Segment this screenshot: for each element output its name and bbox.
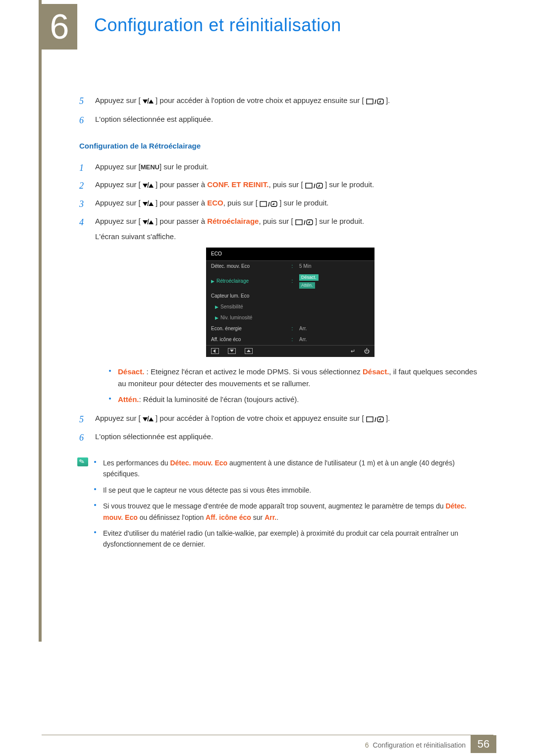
osd-label: Aff. icône éco <box>206 334 290 345</box>
keyword-desact: Désact. <box>118 367 144 376</box>
keyword-atten: Attén. <box>118 395 139 403</box>
keyword-arr: Arr. <box>265 513 276 521</box>
step-number: 4 <box>79 215 84 230</box>
text: L'option sélectionnée est appliquée. <box>95 432 213 441</box>
osd-row-selected: ▶Rétroéclairage:Désact.Attén. <box>206 272 374 291</box>
text: Appuyez sur [ <box>95 96 141 104</box>
step-2: 2 Appuyez sur [ / ] pour passer à CONF. … <box>79 179 485 191</box>
osd-row: Capteur lum. Eco <box>206 291 374 302</box>
text: Appuyez sur [ <box>95 217 141 225</box>
step-number: 6 <box>79 113 84 128</box>
osd-table: Détec. mouv. Eco:5 Min ▶Rétroéclairage:D… <box>206 261 374 345</box>
osd-label: Econ. énergie <box>206 323 290 334</box>
text: L'option sélectionnée est appliquée. <box>95 115 213 123</box>
page: 6 Configuration et réinitialisation 5 Ap… <box>0 0 535 756</box>
osd-footer: ↵ ⏻ <box>206 345 374 355</box>
subheading: Configuration de la Rétroéclairage <box>79 140 485 152</box>
osd-value: Arr. <box>294 334 374 345</box>
list-item: Désact. : Eteignez l'écran et activez le… <box>109 366 485 390</box>
text: ] sur le produit. <box>325 180 374 189</box>
step-4: 4 Appuyez sur [ / ] pour passer à Rétroé… <box>79 215 485 405</box>
list-item: Attén.: Réduit la luminosité de l'écran … <box>109 394 485 405</box>
text: , puis sur [ <box>268 180 303 189</box>
text: Si vous trouvez que le message d'entrée … <box>103 502 445 510</box>
text: . <box>276 513 278 521</box>
step-6: 6 L'option sélectionnée est appliquée. <box>79 431 485 443</box>
svg-rect-0 <box>367 99 373 104</box>
osd-option-atten: Attén. <box>299 282 315 289</box>
osd-row: ▶Sensibilité <box>206 302 374 312</box>
step-number: 3 <box>79 197 84 211</box>
left-margin-strip <box>39 0 42 642</box>
step-5: 5 Appuyez sur [ / ] pour accéder à l'opt… <box>79 412 485 425</box>
down-up-icon: / <box>143 216 154 228</box>
text: : Eteignez l'écran et activez le mode DP… <box>144 367 363 376</box>
osd-value: Arr. <box>294 323 374 334</box>
note-list: Les performances du Détec. mouv. Eco aug… <box>94 457 485 555</box>
keyword-detec-mouv: Détec. mouv. Eco <box>170 459 227 467</box>
list-item: Evitez d'utiliser du matériel radio (un … <box>94 528 485 550</box>
triangle-right-icon: ▶ <box>215 304 218 309</box>
list-item: Les performances du Détec. mouv. Eco aug… <box>94 457 485 480</box>
svg-text:/: / <box>268 201 270 207</box>
text: ] pour accéder à l'option de votre choix… <box>156 96 364 104</box>
osd-value: 5 Min <box>294 261 374 272</box>
osd-label: Sensibilité <box>220 304 243 309</box>
svg-text:/: / <box>314 182 316 189</box>
keyword-retro: Rétroéclairage <box>207 217 259 225</box>
power-icon: ⏻ <box>364 349 370 353</box>
list-item: Si vous trouvez que le message d'entrée … <box>94 501 485 523</box>
step-number: 6 <box>79 431 84 445</box>
content-area: 5 Appuyez sur [ / ] pour accéder à l'opt… <box>79 94 485 555</box>
text: ] sur le produit. <box>279 199 328 207</box>
svg-rect-3 <box>306 183 312 188</box>
menu-label: MENU <box>141 163 160 171</box>
down-up-icon: / <box>143 179 154 191</box>
step-number: 5 <box>79 412 84 427</box>
text: Les performances du <box>103 459 170 467</box>
nav-down-icon <box>228 348 236 354</box>
text: Appuyez sur [ <box>95 414 141 422</box>
text: Appuyez sur [ <box>95 180 141 189</box>
osd-row: Econ. énergie:Arr. <box>206 323 374 334</box>
footer-rule <box>42 735 493 735</box>
text: ] pour accéder à l'option de votre choix… <box>156 414 364 422</box>
text: ] pour passer à <box>156 217 207 225</box>
osd-option-desact: Désact. <box>299 274 319 281</box>
page-number: 56 <box>471 735 496 753</box>
footer-chapter-title: Configuration et réinitialisation <box>373 741 466 749</box>
svg-rect-12 <box>367 417 373 422</box>
list-item: Il se peut que le capteur ne vous détect… <box>94 485 485 496</box>
nav-up-icon <box>245 348 253 354</box>
select-enter-icon: / <box>260 198 277 209</box>
text: ] sur le produit. <box>315 217 364 225</box>
keyword-aff-icone: Aff. icône éco <box>206 513 251 521</box>
step-number: 1 <box>79 161 84 175</box>
osd-menu: ECO Détec. mouv. Eco:5 Min ▶Rétroéclaira… <box>206 248 374 357</box>
osd-value-options: Désact.Attén. <box>294 272 374 291</box>
step-1: 1 Appuyez sur [MENU] sur le produit. <box>79 161 485 173</box>
text: , puis sur [ <box>223 199 258 207</box>
svg-rect-6 <box>260 202 267 206</box>
keyword-eco: ECO <box>207 199 223 207</box>
triangle-right-icon: ▶ <box>211 279 214 284</box>
footer-text: 6 Configuration et réinitialisation <box>365 741 466 749</box>
step-number: 5 <box>79 94 84 108</box>
osd-row: Détec. mouv. Eco:5 Min <box>206 261 374 272</box>
step-3: 3 Appuyez sur [ / ] pour passer à ECO, p… <box>79 197 485 209</box>
text: ] pour passer à <box>156 180 207 189</box>
down-up-icon: / <box>143 95 154 107</box>
chapter-title: Configuration et réinitialisation <box>94 15 341 36</box>
text: ]. <box>386 414 390 422</box>
svg-rect-9 <box>296 220 302 225</box>
text: ] sur le produit. <box>160 162 209 171</box>
text: , puis sur [ <box>259 217 293 225</box>
step-6: 6 L'option sélectionnée est appliquée. <box>79 113 485 125</box>
nav-left-icon <box>211 348 219 354</box>
text: Appuyez sur [ <box>95 199 141 207</box>
text: : Réduit la luminosité de l'écran (toujo… <box>139 395 299 403</box>
osd-label: Détec. mouv. Eco <box>206 261 290 272</box>
select-enter-icon: / <box>295 216 313 228</box>
chapter-number-badge: 6 <box>42 4 77 50</box>
section-step-list: 1 Appuyez sur [MENU] sur le produit. 2 A… <box>79 161 485 443</box>
